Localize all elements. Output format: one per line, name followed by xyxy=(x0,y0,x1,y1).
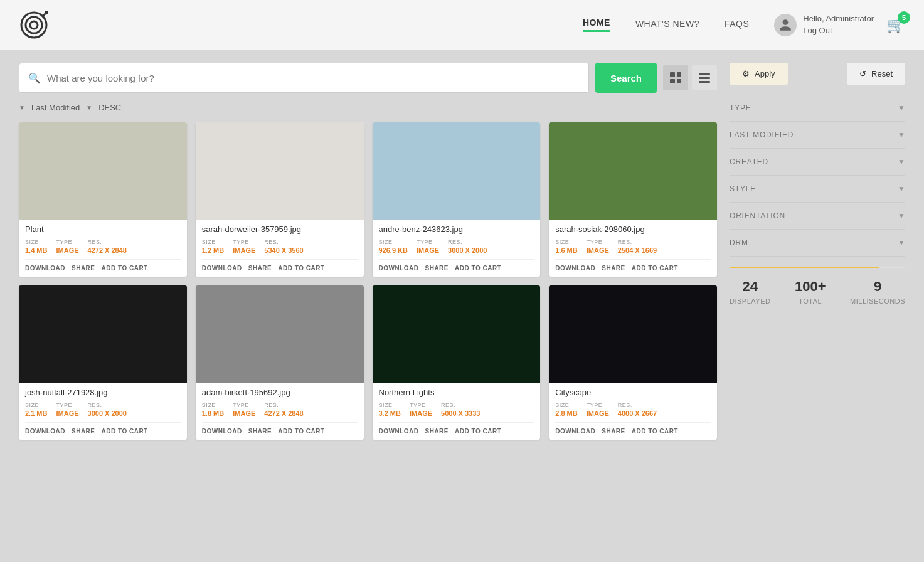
meta-group: RES.3000 X 2000 xyxy=(448,239,487,254)
image-info: sarah-dorweiler-357959.jpgSIZE1.2 MBTYPE… xyxy=(196,220,364,277)
displayed-label: DISPLAYED xyxy=(730,297,770,305)
svg-point-1 xyxy=(26,17,42,33)
meta-group: SIZE1.6 MB xyxy=(555,239,577,254)
user-section: Hello, Administrator Log Out 🛒 5 xyxy=(774,13,905,36)
progress-bar-fill xyxy=(730,267,879,268)
logout-link[interactable]: Log Out xyxy=(803,25,874,36)
svg-point-2 xyxy=(30,21,38,29)
meta-value: IMAGE xyxy=(587,410,609,417)
reset-filter-button[interactable]: ↺ Reset xyxy=(847,63,905,85)
action-link[interactable]: SHARE xyxy=(72,265,95,272)
image-thumbnail[interactable] xyxy=(19,122,187,220)
action-link[interactable]: ADD TO CART xyxy=(278,265,324,272)
reset-label: Reset xyxy=(871,69,893,78)
meta-label: TYPE xyxy=(233,402,255,408)
chevron-down-icon: ▼ xyxy=(898,184,905,193)
action-link[interactable]: ADD TO CART xyxy=(278,428,324,435)
meta-group: TYPEIMAGE xyxy=(233,402,255,417)
filter-sections: TYPE▼LAST MODIFIED▼CREATED▼STYLE▼ORIENTA… xyxy=(730,95,905,257)
action-link[interactable]: DOWNLOAD xyxy=(25,428,65,435)
image-thumbnail[interactable] xyxy=(373,122,541,220)
sort-arrow-down-icon: ▼ xyxy=(19,104,25,111)
meta-label: SIZE xyxy=(25,239,47,245)
grid-view-button[interactable] xyxy=(663,65,688,90)
chevron-down-icon: ▼ xyxy=(898,130,905,139)
meta-label: RES. xyxy=(618,402,657,408)
meta-value: 1.4 MB xyxy=(25,247,47,254)
meta-label: TYPE xyxy=(410,402,432,408)
meta-group: RES.5340 X 3560 xyxy=(264,239,303,254)
action-link[interactable]: SHARE xyxy=(425,428,449,435)
action-link[interactable]: DOWNLOAD xyxy=(25,265,65,272)
image-thumbnail[interactable] xyxy=(19,285,187,383)
logo[interactable] xyxy=(19,10,49,40)
nav-whats-new[interactable]: WHAT'S NEW? xyxy=(635,19,699,31)
action-link[interactable]: DOWNLOAD xyxy=(379,265,419,272)
filter-section[interactable]: CREATED▼ xyxy=(730,149,905,176)
action-link[interactable]: ADD TO CART xyxy=(455,428,501,435)
list-view-button[interactable] xyxy=(692,65,717,90)
meta-value: IMAGE xyxy=(410,410,432,417)
meta-value: 1.2 MB xyxy=(202,247,224,254)
action-link[interactable]: DOWNLOAD xyxy=(202,265,242,272)
image-actions: DOWNLOADSHAREADD TO CART xyxy=(379,259,534,272)
nav-home[interactable]: HOME xyxy=(583,18,610,32)
meta-label: SIZE xyxy=(202,402,224,408)
search-button[interactable]: Search xyxy=(595,63,657,93)
action-link[interactable]: SHARE xyxy=(602,265,625,272)
action-link[interactable]: SHARE xyxy=(72,428,95,435)
meta-group: RES.5000 X 3333 xyxy=(441,402,480,417)
chevron-down-icon: ▼ xyxy=(898,157,905,166)
nav-faqs[interactable]: FAQS xyxy=(725,19,749,31)
meta-group: SIZE926.9 KB xyxy=(379,239,408,254)
filter-section[interactable]: STYLE▼ xyxy=(730,176,905,203)
filter-section[interactable]: ORIENTATION▼ xyxy=(730,203,905,230)
image-meta: SIZE1.2 MBTYPEIMAGERES.5340 X 3560 xyxy=(202,239,358,254)
action-link[interactable]: ADD TO CART xyxy=(455,265,501,272)
action-link[interactable]: SHARE xyxy=(248,265,272,272)
action-link[interactable]: ADD TO CART xyxy=(632,265,678,272)
cart-button[interactable]: 🛒 5 xyxy=(886,16,905,34)
action-link[interactable]: DOWNLOAD xyxy=(555,265,595,272)
action-link[interactable]: ADD TO CART xyxy=(632,428,678,435)
image-title: sarah-dorweiler-357959.jpg xyxy=(202,225,358,234)
action-link[interactable]: ADD TO CART xyxy=(102,428,148,435)
meta-value: IMAGE xyxy=(56,247,78,254)
image-thumbnail[interactable] xyxy=(549,122,717,220)
image-info: adam-birkett-195692.jpgSIZE1.8 MBTYPEIMA… xyxy=(196,383,364,440)
action-link[interactable]: DOWNLOAD xyxy=(202,428,242,435)
action-link[interactable]: SHARE xyxy=(602,428,625,435)
action-link[interactable]: SHARE xyxy=(248,428,272,435)
action-link[interactable]: ADD TO CART xyxy=(102,265,148,272)
search-bar: 🔍 Search xyxy=(19,63,717,93)
action-link[interactable]: DOWNLOAD xyxy=(379,428,419,435)
image-meta: SIZE926.9 KBTYPEIMAGERES.3000 X 2000 xyxy=(379,239,534,254)
image-thumbnail[interactable] xyxy=(196,122,364,220)
header: HOME WHAT'S NEW? FAQS Hello, Administrat… xyxy=(0,0,924,50)
image-actions: DOWNLOADSHAREADD TO CART xyxy=(25,422,181,435)
sort-order-select[interactable]: DESC xyxy=(98,103,121,112)
displayed-value: 24 xyxy=(730,278,770,295)
apply-label: Apply xyxy=(755,69,775,78)
filter-section[interactable]: DRM▼ xyxy=(730,230,905,257)
image-thumbnail[interactable] xyxy=(196,285,364,383)
stats-row: 24 DISPLAYED 100+ TOTAL 9 MILLISECONDS xyxy=(730,278,905,306)
meta-group: RES.4272 X 2848 xyxy=(88,239,127,254)
meta-value: IMAGE xyxy=(587,247,609,254)
meta-group: SIZE1.8 MB xyxy=(202,402,224,417)
sort-field-select[interactable]: Last Modified xyxy=(31,103,80,112)
meta-value: 2.8 MB xyxy=(555,410,577,417)
apply-filter-button[interactable]: ⚙ Apply xyxy=(730,63,788,85)
meta-value: 4272 X 2848 xyxy=(88,247,127,254)
image-thumbnail[interactable] xyxy=(549,285,717,383)
search-input[interactable] xyxy=(47,73,580,83)
meta-label: RES. xyxy=(618,239,657,245)
filter-section[interactable]: LAST MODIFIED▼ xyxy=(730,122,905,149)
image-actions: DOWNLOADSHAREADD TO CART xyxy=(379,422,534,435)
meta-value: 3000 X 2000 xyxy=(448,247,487,254)
filter-section[interactable]: TYPE▼ xyxy=(730,95,905,122)
meta-value: 5340 X 3560 xyxy=(264,247,303,254)
action-link[interactable]: SHARE xyxy=(425,265,449,272)
image-thumbnail[interactable] xyxy=(373,285,541,383)
action-link[interactable]: DOWNLOAD xyxy=(555,428,595,435)
